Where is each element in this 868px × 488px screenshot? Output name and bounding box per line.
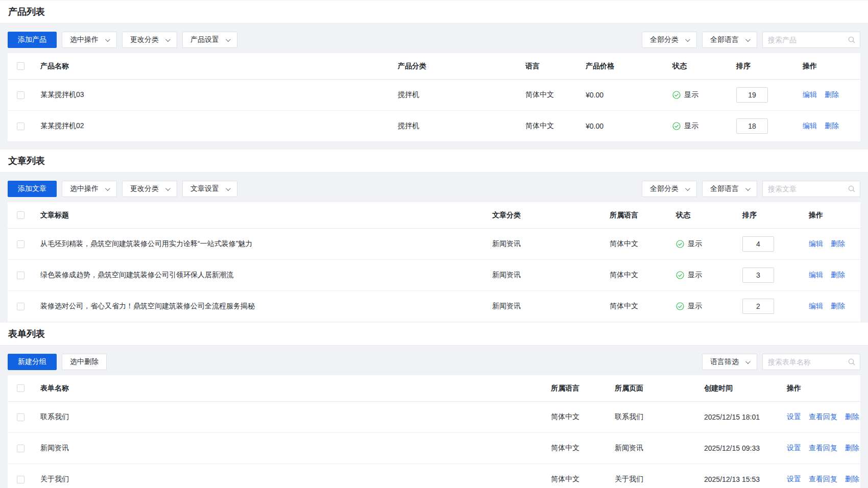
delete-link[interactable]: 删除 — [845, 444, 859, 452]
delete-link[interactable]: 删除 — [825, 90, 839, 99]
section-gap — [0, 142, 868, 149]
col-header-status: 状态 — [664, 62, 728, 71]
articles-language-filter-dropdown[interactable]: 全部语言 — [702, 181, 757, 197]
table-row: 装修选对公司，省心又省力！鼎筑空间建筑装修公司全流程服务揭秘 新闻资讯 简体中文… — [8, 291, 860, 322]
delete-selected-label: 选中删除 — [70, 357, 99, 367]
forms-search — [762, 354, 860, 370]
products-toolbar: 添加产品 选中操作 更改分类 产品设置 全部分类 全部语言 — [0, 23, 868, 53]
search-icon[interactable] — [848, 185, 856, 193]
status-visible-icon — [676, 302, 684, 310]
articles-change-category-label: 更改分类 — [130, 184, 159, 193]
chevron-down-icon — [685, 186, 690, 191]
row-checkbox[interactable] — [17, 272, 25, 279]
forms-table: 表单名称 所属语言 所属页面 创建时间 操作 联系我们 简体中文 联系我们 20… — [8, 375, 860, 488]
forms-table-head: 表单名称 所属语言 所属页面 创建时间 操作 — [8, 375, 860, 402]
products-title-band: 产品列表 — [0, 0, 868, 23]
table-row: 某某搅拌机03 搅拌机 简体中文 ¥0.00 显示 编辑 删除 — [8, 80, 860, 111]
table-row: 新闻资讯 简体中文 新闻资讯 2025/12/15 09:33 设置 查看回复 … — [8, 433, 860, 464]
table-row: 绿色装修成趋势，鼎筑空间建筑装修公司引领环保人居新潮流 新闻资讯 简体中文 显示… — [8, 260, 860, 291]
edit-link[interactable]: 编辑 — [809, 302, 823, 310]
col-header-sort: 排序 — [734, 211, 801, 220]
edit-link[interactable]: 编辑 — [803, 121, 817, 130]
row-checkbox[interactable] — [17, 413, 25, 421]
articles-category-filter-label: 全部分类 — [650, 184, 679, 193]
view-replies-link[interactable]: 查看回复 — [809, 412, 837, 421]
add-article-button[interactable]: 添加文章 — [8, 181, 57, 197]
products-language-filter-dropdown[interactable]: 全部语言 — [702, 32, 757, 48]
articles-table: 文章标题 文章分类 所属语言 状态 排序 操作 从毛坯到精装，鼎筑空间建筑装修公… — [8, 202, 860, 322]
articles-settings-dropdown[interactable]: 文章设置 — [182, 181, 237, 197]
new-group-button[interactable]: 新建分组 — [8, 354, 57, 370]
product-category: 搅拌机 — [390, 90, 517, 100]
delete-link[interactable]: 删除 — [831, 302, 845, 310]
view-replies-link[interactable]: 查看回复 — [809, 475, 837, 483]
sort-input[interactable] — [742, 267, 774, 283]
settings-link[interactable]: 设置 — [787, 412, 801, 421]
products-change-category-label: 更改分类 — [130, 35, 159, 44]
products-change-category-dropdown[interactable]: 更改分类 — [122, 32, 177, 48]
delete-link[interactable]: 删除 — [831, 239, 845, 248]
select-all-checkbox[interactable] — [17, 211, 25, 219]
select-all-checkbox[interactable] — [17, 62, 25, 70]
row-checkbox[interactable] — [17, 240, 25, 248]
delete-link[interactable]: 删除 — [831, 271, 845, 279]
products-category-filter-dropdown[interactable]: 全部分类 — [642, 32, 697, 48]
articles-category-filter-dropdown[interactable]: 全部分类 — [642, 181, 697, 197]
articles-toolbar: 添加文章 选中操作 更改分类 文章设置 全部分类 全部语言 — [0, 173, 868, 202]
article-category: 新闻资讯 — [484, 239, 601, 249]
forms-search-input[interactable] — [762, 354, 860, 370]
articles-change-category-dropdown[interactable]: 更改分类 — [122, 181, 177, 197]
row-checkbox[interactable] — [17, 445, 25, 452]
edit-link[interactable]: 编辑 — [809, 271, 823, 279]
status-visible-icon — [672, 122, 681, 130]
status-badge: 显示 — [676, 239, 734, 249]
articles-search-input[interactable] — [762, 181, 860, 197]
form-name: 联系我们 — [32, 412, 543, 422]
row-checkbox[interactable] — [17, 123, 25, 130]
forms-language-filter-dropdown[interactable]: 语言筛选 — [702, 354, 757, 370]
article-title: 装修选对公司，省心又省力！鼎筑空间建筑装修公司全流程服务揭秘 — [32, 302, 484, 311]
sort-input[interactable] — [736, 87, 768, 103]
edit-link[interactable]: 编辑 — [809, 239, 823, 248]
row-checkbox[interactable] — [17, 476, 25, 483]
products-bulk-actions-dropdown[interactable]: 选中操作 — [62, 32, 117, 48]
chevron-down-icon — [685, 37, 690, 42]
col-header-article-title: 文章标题 — [32, 211, 484, 220]
delete-link[interactable]: 删除 — [825, 121, 839, 130]
sort-input[interactable] — [742, 236, 774, 252]
status-visible-icon — [672, 91, 681, 99]
products-settings-dropdown[interactable]: 产品设置 — [182, 32, 237, 48]
sort-input[interactable] — [736, 118, 768, 134]
settings-link[interactable]: 设置 — [787, 444, 801, 452]
row-checkbox[interactable] — [17, 303, 25, 310]
status-badge: 显示 — [672, 90, 728, 100]
delete-selected-button[interactable]: 选中删除 — [62, 354, 107, 370]
select-all-checkbox[interactable] — [17, 384, 25, 392]
status-label: 显示 — [688, 239, 702, 249]
product-name: 某某搅拌机02 — [32, 121, 390, 131]
add-product-button[interactable]: 添加产品 — [8, 32, 57, 48]
articles-bulk-actions-dropdown[interactable]: 选中操作 — [62, 181, 117, 197]
delete-link[interactable]: 删除 — [845, 475, 859, 483]
form-page: 关于我们 — [607, 475, 696, 484]
forms-language-filter-label: 语言筛选 — [710, 357, 739, 367]
table-row: 关于我们 简体中文 关于我们 2025/12/13 15:53 设置 查看回复 … — [8, 464, 860, 488]
search-icon[interactable] — [848, 358, 856, 366]
col-header-operations: 操作 — [779, 384, 860, 393]
article-language: 简体中文 — [601, 239, 668, 249]
view-replies-link[interactable]: 查看回复 — [809, 444, 837, 452]
products-search-input[interactable] — [762, 32, 860, 48]
search-icon[interactable] — [848, 36, 856, 44]
col-header-page: 所属页面 — [607, 384, 696, 393]
settings-link[interactable]: 设置 — [787, 475, 801, 483]
delete-link[interactable]: 删除 — [845, 412, 859, 421]
sort-input[interactable] — [742, 299, 774, 314]
chevron-down-icon — [745, 359, 751, 364]
article-category: 新闻资讯 — [484, 271, 601, 280]
edit-link[interactable]: 编辑 — [803, 90, 817, 99]
col-header-product-price: 产品价格 — [577, 62, 664, 71]
status-label: 显示 — [688, 271, 702, 280]
form-name: 关于我们 — [32, 475, 543, 484]
products-category-filter-label: 全部分类 — [650, 35, 679, 44]
row-checkbox[interactable] — [17, 91, 25, 99]
